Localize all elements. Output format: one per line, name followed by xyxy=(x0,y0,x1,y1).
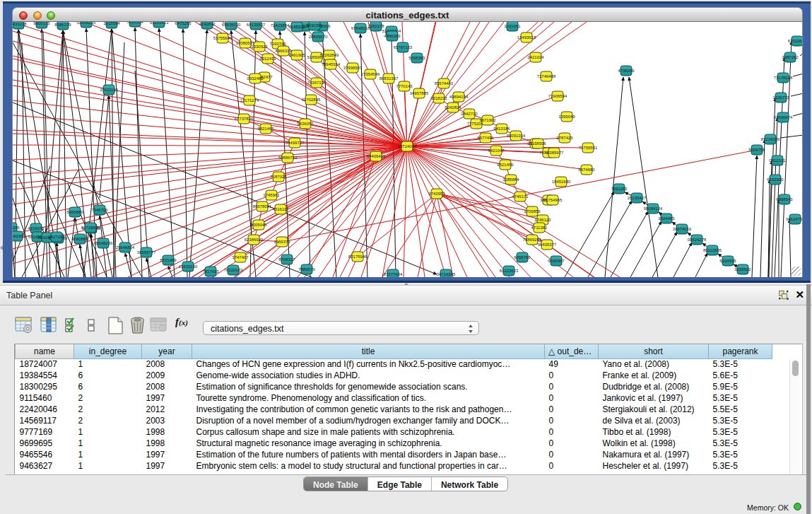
svg-text:4738299: 4738299 xyxy=(618,69,635,73)
svg-text:34874016: 34874016 xyxy=(673,227,692,231)
svg-text:60385977: 60385977 xyxy=(545,151,564,155)
svg-text:4192832: 4192832 xyxy=(199,22,216,26)
svg-text:04499727: 04499727 xyxy=(286,141,305,145)
svg-text:4005045: 4005045 xyxy=(250,223,267,227)
svg-text:4316117: 4316117 xyxy=(273,207,290,211)
svg-text:81754965: 81754965 xyxy=(543,198,563,202)
svg-text:1627204: 1627204 xyxy=(48,235,65,239)
svg-text:5009788: 5009788 xyxy=(748,148,765,152)
svg-text:74367136: 74367136 xyxy=(307,81,326,85)
svg-text:9743953: 9743953 xyxy=(428,192,445,196)
svg-text:4896383: 4896383 xyxy=(384,34,401,38)
svg-text:1491905: 1491905 xyxy=(288,53,305,57)
svg-text:4060883: 4060883 xyxy=(71,237,88,241)
svg-text:49894134: 49894134 xyxy=(449,95,469,99)
svg-text:37631165: 37631165 xyxy=(100,88,119,92)
svg-text:7543303: 7543303 xyxy=(13,234,25,238)
svg-text:0330923: 0330923 xyxy=(251,45,268,49)
svg-text:9521456: 9521456 xyxy=(497,163,514,167)
svg-text:72423884: 72423884 xyxy=(271,23,290,28)
svg-text:94406409: 94406409 xyxy=(367,154,386,158)
svg-text:8677496: 8677496 xyxy=(477,136,494,140)
svg-text:13171274: 13171274 xyxy=(240,98,259,103)
svg-text:8708317: 8708317 xyxy=(278,257,295,262)
svg-text:6204505: 6204505 xyxy=(719,259,736,263)
svg-text:0433218: 0433218 xyxy=(13,22,27,26)
svg-text:7770143: 7770143 xyxy=(396,84,413,88)
svg-text:9600133: 9600133 xyxy=(33,22,50,25)
svg-text:6193990: 6193990 xyxy=(767,177,784,182)
svg-text:5466889: 5466889 xyxy=(66,210,83,214)
svg-text:73178108: 73178108 xyxy=(774,76,793,80)
svg-text:8386379: 8386379 xyxy=(54,23,71,27)
svg-text:62386922: 62386922 xyxy=(245,238,264,242)
svg-text:4745171: 4745171 xyxy=(512,194,529,199)
svg-text:1399049: 1399049 xyxy=(558,115,575,119)
svg-text:2421024: 2421024 xyxy=(527,55,544,59)
svg-text:13433200: 13433200 xyxy=(179,264,198,269)
svg-text:7816184: 7816184 xyxy=(126,22,143,24)
svg-text:99091334: 99091334 xyxy=(507,134,526,138)
svg-text:67737826: 67737826 xyxy=(235,117,254,121)
svg-text:1615594: 1615594 xyxy=(103,22,120,25)
svg-text:6690967: 6690967 xyxy=(548,259,565,263)
svg-text:0842710: 0842710 xyxy=(461,112,478,116)
svg-text:71906594: 71906594 xyxy=(548,94,567,98)
svg-text:5674680: 5674680 xyxy=(578,168,595,172)
svg-text:3518233: 3518233 xyxy=(430,96,447,100)
svg-text:98084124: 98084124 xyxy=(644,206,663,211)
svg-text:2787429: 2787429 xyxy=(556,136,573,140)
svg-text:0812191: 0812191 xyxy=(769,158,786,163)
svg-text:25135427: 25135427 xyxy=(628,196,647,200)
svg-text:34624751: 34624751 xyxy=(786,217,803,221)
svg-text:93103413: 93103413 xyxy=(150,22,169,25)
svg-text:1824493: 1824493 xyxy=(658,216,675,221)
svg-text:67010651: 67010651 xyxy=(788,39,803,43)
svg-text:2260256: 2260256 xyxy=(13,226,20,230)
svg-text:7187026: 7187026 xyxy=(270,175,287,179)
svg-text:5098393: 5098393 xyxy=(408,56,425,60)
svg-text:87277434: 87277434 xyxy=(384,272,403,276)
svg-text:9821465: 9821465 xyxy=(257,127,274,131)
svg-text:76320163: 76320163 xyxy=(224,268,243,272)
svg-text:64139537: 64139537 xyxy=(247,23,266,27)
svg-text:7182278: 7182278 xyxy=(367,24,384,28)
svg-text:15451680: 15451680 xyxy=(552,180,571,184)
svg-text:1326773: 1326773 xyxy=(772,95,789,100)
svg-text:71746488: 71746488 xyxy=(537,74,556,78)
svg-text:6998543: 6998543 xyxy=(776,197,793,201)
svg-text:71756551: 71756551 xyxy=(579,146,598,150)
svg-text:64835030: 64835030 xyxy=(222,23,241,27)
svg-text:81223623: 81223623 xyxy=(500,269,519,273)
svg-text:76945314: 76945314 xyxy=(322,62,341,66)
svg-text:85574443: 85574443 xyxy=(435,81,454,86)
svg-text:18724007: 18724007 xyxy=(398,144,417,148)
svg-text:62702895: 62702895 xyxy=(302,98,321,102)
svg-text:65648236: 65648236 xyxy=(94,241,113,245)
svg-text:1745961: 1745961 xyxy=(263,193,280,197)
svg-text:36995777: 36995777 xyxy=(137,250,156,255)
svg-text:7991183: 7991183 xyxy=(611,187,628,191)
svg-text:4216073: 4216073 xyxy=(28,226,45,230)
svg-text:29946804: 29946804 xyxy=(116,245,135,250)
svg-text:57262849: 57262849 xyxy=(320,53,339,57)
svg-text:02606474: 02606474 xyxy=(774,115,793,119)
svg-text:9912419: 9912419 xyxy=(259,57,276,61)
svg-text:37996507: 37996507 xyxy=(343,66,363,70)
svg-text:7917693: 7917693 xyxy=(202,269,219,274)
svg-text:53755646: 53755646 xyxy=(213,36,233,40)
svg-text:3158692: 3158692 xyxy=(734,267,751,271)
svg-text:1969379: 1969379 xyxy=(273,240,290,244)
svg-text:34957885: 34957885 xyxy=(410,91,429,95)
svg-text:3709859: 3709859 xyxy=(524,209,541,214)
svg-text:5240824: 5240824 xyxy=(445,105,461,110)
svg-text:4711382: 4711382 xyxy=(531,226,548,230)
svg-text:6658760: 6658760 xyxy=(514,255,531,259)
svg-text:5430391: 5430391 xyxy=(306,23,323,28)
svg-text:02654235: 02654235 xyxy=(77,22,96,25)
svg-text:7193745: 7193745 xyxy=(269,42,286,46)
svg-text:9421047: 9421047 xyxy=(488,148,505,153)
svg-text:34714345: 34714345 xyxy=(437,272,456,276)
svg-text:1671902: 1671902 xyxy=(479,118,496,122)
svg-text:9636057: 9636057 xyxy=(297,122,314,126)
